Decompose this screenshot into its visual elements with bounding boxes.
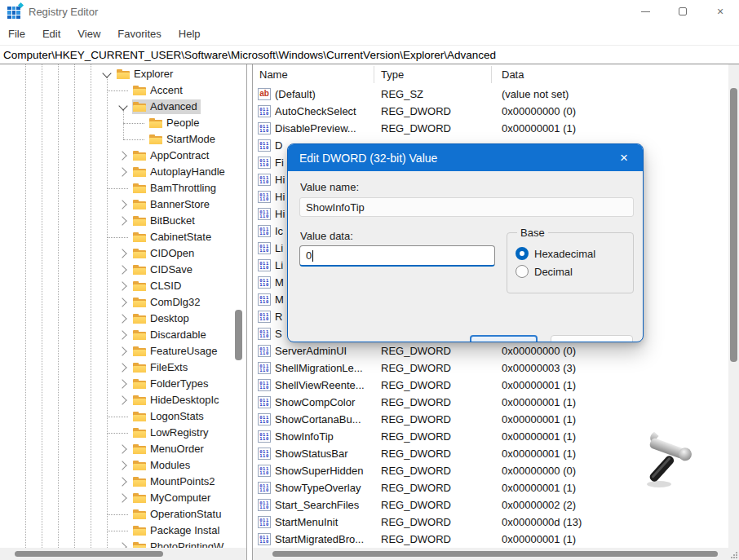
tree-item-cidsave[interactable]: CIDSave [114,262,196,278]
close-button[interactable]: × [701,0,739,23]
tree-item-bamthrottling[interactable]: BamThrottling [114,180,219,196]
tree-item-comdlg32[interactable]: ComDlg32 [114,294,203,311]
list-row-showcompcolor[interactable]: 011110ShowCompColorREG_DWORD0x00000001 (… [253,394,728,411]
column-header-type[interactable]: Type [381,68,404,81]
chevron-right-icon[interactable] [114,245,132,262]
value-data-cell: 0x00000000 (0) [502,465,576,477]
chevron-right-icon[interactable] [114,262,132,278]
tree-item-people[interactable]: People [131,115,202,131]
resize-grip[interactable] [731,552,737,558]
list-row-shellmigrationle[interactable]: 011110ShellMigrationLe...REG_DWORD0x0000… [253,359,728,377]
tree-item-logonstats[interactable]: LogonStats [114,408,207,425]
maximize-button[interactable] [664,0,701,23]
folder-icon [133,412,146,421]
tree-item-startmode[interactable]: StartMode [131,131,219,148]
tree-item-bitbucket[interactable]: BitBucket [114,213,198,229]
chevron-right-icon[interactable] [114,294,132,311]
chevron-right-icon[interactable] [114,490,132,506]
list-row-autocheckselect[interactable]: 011110AutoCheckSelectREG_DWORD0x00000000… [253,103,728,120]
tree-item-autoplayhandle[interactable]: AutoplayHandle [114,164,228,180]
list-vertical-scrollbar-thumb[interactable] [730,88,737,362]
value-type-cell: REG_DWORD [381,413,451,426]
dword-value-icon: 011110 [258,242,271,254]
column-header-data[interactable]: Data [502,68,524,81]
ok-button[interactable]: OK [470,335,538,342]
value-type-cell: REG_DWORD [381,430,451,443]
tree-item-cidopen[interactable]: CIDOpen [114,245,197,262]
tree-item-appcontract[interactable]: AppContract [114,148,212,164]
tree-item-operationstatu[interactable]: OperationStatu [114,506,224,523]
column-separator[interactable] [491,66,492,83]
tree-item-mycomputer[interactable]: MyComputer [114,490,214,506]
minimize-button[interactable] [626,0,664,23]
menu-help[interactable]: Help [178,26,201,42]
radio-unselected-icon[interactable] [516,265,529,278]
radio-selected-icon[interactable] [516,247,529,260]
chevron-right-icon[interactable] [114,311,132,327]
column-header-name[interactable]: Name [259,68,288,81]
tree-item-bannerstore[interactable]: BannerStore [114,196,213,213]
folder-icon [149,118,162,128]
tree-item-explorer[interactable]: Explorer [98,66,176,82]
list-row-start-searchfiles[interactable]: 011110Start_SearchFilesREG_DWORD0x000000… [253,496,728,514]
decimal-radio-row[interactable]: Decimal [516,265,633,278]
tree-item-label: HideDesktopIc [150,394,219,406]
chevron-right-icon[interactable] [114,376,132,392]
chevron-right-icon[interactable] [114,343,132,359]
tree-item-hidedesktopic[interactable]: HideDesktopIc [114,392,223,408]
tree-item-clsid[interactable]: CLSID [114,278,184,294]
tree-vertical-scrollbar[interactable] [235,310,242,360]
tree-item-featureusage[interactable]: FeatureUsage [114,343,220,359]
chevron-right-icon[interactable] [114,457,132,474]
tree-item-modules[interactable]: Modules [114,457,193,474]
chevron-right-icon[interactable] [114,278,132,294]
tree-item-cabinetstate[interactable]: CabinetState [114,229,215,245]
value-name-cell: ServerAdminUI [275,345,347,357]
dialog-close-button[interactable]: × [605,144,643,171]
value-name-cell: R [275,311,282,323]
value-name-cell: AutoCheckSelect [275,105,356,117]
chevron-down-icon[interactable] [114,99,132,115]
hexadecimal-radio-row[interactable]: Hexadecimal [516,247,633,260]
chevron-right-icon[interactable] [114,441,132,457]
list-row-shellviewreente[interactable]: 011110ShellViewReente...REG_DWORD0x00000… [253,377,728,394]
menu-favorites[interactable]: Favorites [117,26,162,42]
menu-edit[interactable]: Edit [42,26,61,42]
cancel-button[interactable]: Cancel [551,335,633,342]
menu-file[interactable]: File [7,26,26,42]
list-row-default[interactable]: ab(Default)REG_SZ(value not set) [253,86,728,103]
tree-item-desktop[interactable]: Desktop [114,311,192,327]
chevron-right-icon[interactable] [114,359,132,376]
tree-item-package-instal[interactable]: Package Instal [114,523,223,539]
list-row-startmigratedbro[interactable]: 011110StartMigratedBro...REG_DWORD0x0000… [253,531,728,548]
tree-item-advanced[interactable]: Advanced [114,99,201,115]
list-row-serveradminui[interactable]: 011110ServerAdminUIREG_DWORD0x00000000 (… [253,342,728,359]
menu-view[interactable]: View [77,26,101,42]
list-horizontal-scrollbar-thumb[interactable] [272,551,718,557]
chevron-right-icon[interactable] [114,196,132,213]
chevron-right-icon[interactable] [114,474,132,490]
list-row-showcortanabu[interactable]: 011110ShowCortanaBu...REG_DWORD0x0000000… [253,411,728,428]
tree-item-lowregistry[interactable]: LowRegistry [114,425,212,441]
value-name-field[interactable]: ShowInfoTip [299,197,634,217]
value-name-cell: Li [275,259,283,271]
chevron-right-icon[interactable] [114,392,132,408]
chevron-right-icon[interactable] [114,148,132,164]
tree-item-discardable[interactable]: Discardable [114,327,210,343]
pane-divider[interactable] [246,64,247,560]
chevron-right-icon[interactable] [114,164,132,180]
tree-item-mountpoints2[interactable]: MountPoints2 [114,474,219,490]
address-bar[interactable]: Computer\HKEY_CURRENT_USER\Software\Micr… [0,45,739,64]
tree-item-menuorder[interactable]: MenuOrder [114,441,207,457]
tree-item-accent[interactable]: Accent [114,82,186,99]
tree-item-foldertypes[interactable]: FolderTypes [114,376,212,392]
chevron-right-icon[interactable] [114,213,132,229]
list-row-disablepreview[interactable]: 011110DisablePreview...REG_DWORD0x000000… [253,120,728,137]
value-data-input[interactable]: 0 [299,245,495,267]
chevron-right-icon[interactable] [114,327,132,343]
chevron-down-icon[interactable] [98,66,116,82]
tree-item-fileexts[interactable]: FileExts [114,359,191,376]
column-separator[interactable] [374,66,374,83]
list-row-startmenuinit[interactable]: 011110StartMenuInitREG_DWORD0x0000000d (… [253,514,728,531]
tree-horizontal-scrollbar-thumb[interactable] [15,551,163,557]
